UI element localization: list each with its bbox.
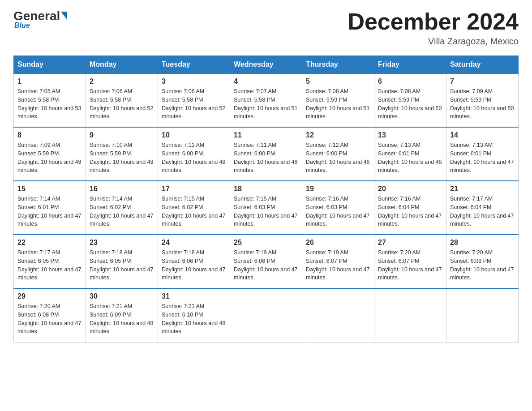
calendar-cell: 10 Sunrise: 7:11 AM Sunset: 6:00 PM Dayl… xyxy=(158,127,230,181)
calendar-cell: 20 Sunrise: 7:16 AM Sunset: 6:04 PM Dayl… xyxy=(374,181,446,235)
calendar-cell xyxy=(446,288,519,342)
page-header: General Blue December 2024 Villa Zaragoz… xyxy=(13,9,519,47)
day-info: Sunrise: 7:19 AM Sunset: 6:07 PM Dayligh… xyxy=(306,248,370,282)
day-number: 31 xyxy=(162,292,226,300)
day-number: 18 xyxy=(234,185,298,193)
day-number: 8 xyxy=(17,131,82,139)
calendar-cell: 8 Sunrise: 7:09 AM Sunset: 5:59 PM Dayli… xyxy=(14,127,86,181)
day-info: Sunrise: 7:21 AM Sunset: 6:09 PM Dayligh… xyxy=(90,302,154,336)
calendar-cell: 11 Sunrise: 7:11 AM Sunset: 6:00 PM Dayl… xyxy=(230,127,302,181)
calendar-week-row: 22 Sunrise: 7:17 AM Sunset: 6:05 PM Dayl… xyxy=(14,235,519,288)
day-info: Sunrise: 7:14 AM Sunset: 6:02 PM Dayligh… xyxy=(90,195,154,228)
calendar-cell: 16 Sunrise: 7:14 AM Sunset: 6:02 PM Dayl… xyxy=(86,181,158,235)
day-number: 6 xyxy=(378,77,442,86)
month-title: December 2024 xyxy=(348,9,519,34)
calendar-cell: 31 Sunrise: 7:21 AM Sunset: 6:10 PM Dayl… xyxy=(158,288,230,342)
day-info: Sunrise: 7:16 AM Sunset: 6:04 PM Dayligh… xyxy=(378,195,442,228)
day-number: 22 xyxy=(17,239,82,247)
day-number: 21 xyxy=(450,185,515,193)
day-info: Sunrise: 7:10 AM Sunset: 5:59 PM Dayligh… xyxy=(90,141,154,175)
calendar-cell: 28 Sunrise: 7:20 AM Sunset: 6:08 PM Dayl… xyxy=(446,235,519,288)
calendar-cell: 12 Sunrise: 7:12 AM Sunset: 6:00 PM Dayl… xyxy=(302,127,374,181)
calendar-cell: 23 Sunrise: 7:18 AM Sunset: 6:05 PM Dayl… xyxy=(86,235,158,288)
calendar-cell: 4 Sunrise: 7:07 AM Sunset: 5:58 PM Dayli… xyxy=(230,73,302,127)
calendar-cell: 14 Sunrise: 7:13 AM Sunset: 6:01 PM Dayl… xyxy=(446,127,519,181)
day-number: 20 xyxy=(378,185,442,193)
day-info: Sunrise: 7:07 AM Sunset: 5:58 PM Dayligh… xyxy=(234,87,298,121)
calendar-cell: 9 Sunrise: 7:10 AM Sunset: 5:59 PM Dayli… xyxy=(86,127,158,181)
day-header-friday: Friday xyxy=(374,56,446,74)
day-header-tuesday: Tuesday xyxy=(158,56,230,74)
calendar-cell: 1 Sunrise: 7:05 AM Sunset: 5:58 PM Dayli… xyxy=(14,73,86,127)
day-number: 15 xyxy=(17,185,82,193)
day-info: Sunrise: 7:08 AM Sunset: 5:59 PM Dayligh… xyxy=(378,87,442,121)
day-number: 23 xyxy=(90,239,154,247)
day-info: Sunrise: 7:21 AM Sunset: 6:10 PM Dayligh… xyxy=(162,302,226,336)
day-number: 30 xyxy=(90,292,154,300)
calendar-cell: 30 Sunrise: 7:21 AM Sunset: 6:09 PM Dayl… xyxy=(86,288,158,342)
day-header-wednesday: Wednesday xyxy=(230,56,302,74)
calendar-cell: 6 Sunrise: 7:08 AM Sunset: 5:59 PM Dayli… xyxy=(374,73,446,127)
calendar-week-row: 15 Sunrise: 7:14 AM Sunset: 6:01 PM Dayl… xyxy=(14,181,519,235)
day-info: Sunrise: 7:20 AM Sunset: 6:07 PM Dayligh… xyxy=(378,248,442,282)
day-info: Sunrise: 7:17 AM Sunset: 6:05 PM Dayligh… xyxy=(17,248,82,282)
day-number: 26 xyxy=(306,239,370,247)
logo: General Blue xyxy=(13,9,67,30)
day-info: Sunrise: 7:15 AM Sunset: 6:02 PM Dayligh… xyxy=(162,195,226,228)
day-number: 27 xyxy=(378,239,442,247)
calendar-cell: 3 Sunrise: 7:06 AM Sunset: 5:58 PM Dayli… xyxy=(158,73,230,127)
logo-triangle-icon xyxy=(61,12,67,20)
day-number: 14 xyxy=(450,131,515,139)
day-number: 19 xyxy=(306,185,370,193)
day-info: Sunrise: 7:18 AM Sunset: 6:05 PM Dayligh… xyxy=(90,248,154,282)
day-header-thursday: Thursday xyxy=(302,56,374,74)
calendar-cell: 24 Sunrise: 7:18 AM Sunset: 6:06 PM Dayl… xyxy=(158,235,230,288)
day-number: 3 xyxy=(162,77,226,86)
calendar-cell: 22 Sunrise: 7:17 AM Sunset: 6:05 PM Dayl… xyxy=(14,235,86,288)
day-info: Sunrise: 7:09 AM Sunset: 5:59 PM Dayligh… xyxy=(17,141,82,175)
calendar-cell: 21 Sunrise: 7:17 AM Sunset: 6:04 PM Dayl… xyxy=(446,181,519,235)
day-info: Sunrise: 7:06 AM Sunset: 5:58 PM Dayligh… xyxy=(162,87,226,121)
day-number: 7 xyxy=(450,77,515,86)
day-number: 10 xyxy=(162,131,226,139)
day-number: 25 xyxy=(234,239,298,247)
calendar-cell xyxy=(302,288,374,342)
calendar-cell xyxy=(374,288,446,342)
calendar-header-row: SundayMondayTuesdayWednesdayThursdayFrid… xyxy=(14,56,519,74)
calendar-cell: 18 Sunrise: 7:15 AM Sunset: 6:03 PM Dayl… xyxy=(230,181,302,235)
day-info: Sunrise: 7:14 AM Sunset: 6:01 PM Dayligh… xyxy=(17,195,82,228)
day-number: 12 xyxy=(306,131,370,139)
calendar-cell: 13 Sunrise: 7:13 AM Sunset: 6:01 PM Dayl… xyxy=(374,127,446,181)
day-number: 1 xyxy=(17,77,82,86)
day-info: Sunrise: 7:20 AM Sunset: 6:08 PM Dayligh… xyxy=(17,302,82,336)
logo-blue-text: Blue xyxy=(14,21,30,30)
calendar-cell: 26 Sunrise: 7:19 AM Sunset: 6:07 PM Dayl… xyxy=(302,235,374,288)
day-info: Sunrise: 7:20 AM Sunset: 6:08 PM Dayligh… xyxy=(450,248,515,282)
day-info: Sunrise: 7:12 AM Sunset: 6:00 PM Dayligh… xyxy=(306,141,370,175)
day-info: Sunrise: 7:11 AM Sunset: 6:00 PM Dayligh… xyxy=(234,141,298,175)
calendar-cell: 7 Sunrise: 7:09 AM Sunset: 5:59 PM Dayli… xyxy=(446,73,519,127)
calendar-cell: 2 Sunrise: 7:06 AM Sunset: 5:58 PM Dayli… xyxy=(86,73,158,127)
day-number: 29 xyxy=(17,292,82,300)
day-info: Sunrise: 7:06 AM Sunset: 5:58 PM Dayligh… xyxy=(90,87,154,121)
day-number: 2 xyxy=(90,77,154,86)
day-number: 28 xyxy=(450,239,515,247)
calendar-cell: 25 Sunrise: 7:19 AM Sunset: 6:06 PM Dayl… xyxy=(230,235,302,288)
location-subtitle: Villa Zaragoza, Mexico xyxy=(348,36,519,47)
calendar-cell: 5 Sunrise: 7:08 AM Sunset: 5:59 PM Dayli… xyxy=(302,73,374,127)
day-info: Sunrise: 7:18 AM Sunset: 6:06 PM Dayligh… xyxy=(162,248,226,282)
day-number: 13 xyxy=(378,131,442,139)
day-number: 11 xyxy=(234,131,298,139)
day-info: Sunrise: 7:09 AM Sunset: 5:59 PM Dayligh… xyxy=(450,87,515,121)
day-header-saturday: Saturday xyxy=(446,56,519,74)
day-info: Sunrise: 7:17 AM Sunset: 6:04 PM Dayligh… xyxy=(450,195,515,228)
day-number: 16 xyxy=(90,185,154,193)
title-area: December 2024 Villa Zaragoza, Mexico xyxy=(348,9,519,47)
day-number: 17 xyxy=(162,185,226,193)
day-header-sunday: Sunday xyxy=(14,56,86,74)
calendar-week-row: 1 Sunrise: 7:05 AM Sunset: 5:58 PM Dayli… xyxy=(14,73,519,127)
day-number: 4 xyxy=(234,77,298,86)
day-info: Sunrise: 7:08 AM Sunset: 5:59 PM Dayligh… xyxy=(306,87,370,121)
calendar-table: SundayMondayTuesdayWednesdayThursdayFrid… xyxy=(13,56,519,342)
day-info: Sunrise: 7:19 AM Sunset: 6:06 PM Dayligh… xyxy=(234,248,298,282)
